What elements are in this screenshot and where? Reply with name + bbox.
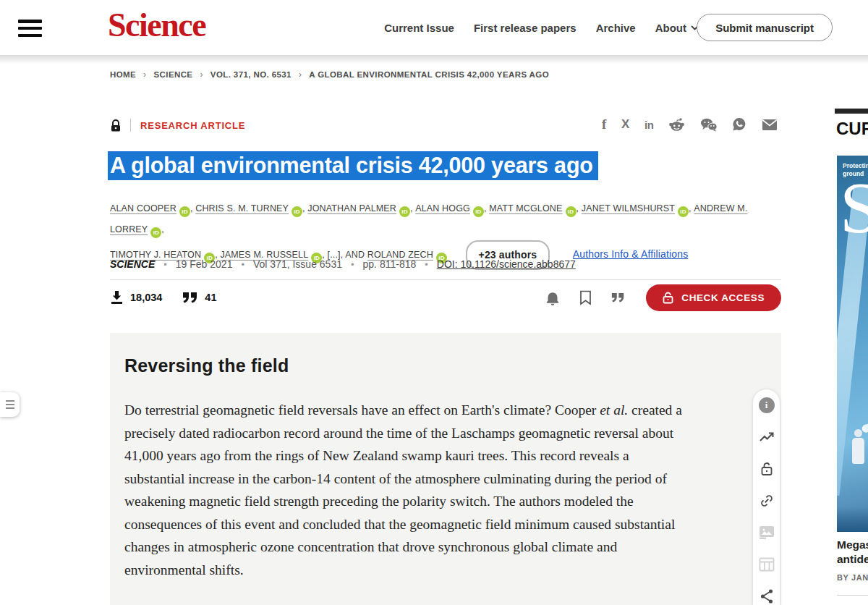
summary-text: created a precisely dated radiocarbon re… <box>124 402 682 578</box>
breadcrumb: HOME › SCIENCE › VOL. 371, NO. 6531 › A … <box>110 69 549 80</box>
nav-archive[interactable]: Archive <box>596 22 636 34</box>
facebook-icon[interactable]: f <box>602 117 606 132</box>
article-actions: CHECK ACCESS <box>545 284 781 311</box>
journal-name: SCIENCE <box>110 258 155 270</box>
breadcrumb-separator: › <box>299 69 302 80</box>
menu-icon[interactable] <box>18 20 42 37</box>
cover-person-graphic <box>852 438 864 464</box>
breadcrumb-current-page: A GLOBAL ENVIRONMENTAL CRISIS 42,000 YEA… <box>309 70 549 79</box>
author-link[interactable]: JONATHAN PALMER <box>307 203 396 213</box>
cover-bottom-shade <box>837 507 868 532</box>
downloads-metric: 18,034 <box>110 290 162 305</box>
main-nav: Current Issue First release papers Archi… <box>384 0 699 55</box>
divider <box>110 279 781 280</box>
author-link[interactable]: ALAN HOGG <box>415 203 470 213</box>
check-access-label: CHECK ACCESS <box>681 292 765 303</box>
linkedin-icon[interactable]: in <box>644 119 653 131</box>
nav-first-release-papers[interactable]: First release papers <box>474 22 576 34</box>
info-icon[interactable]: i <box>759 397 775 413</box>
tables-icon[interactable] <box>759 556 775 572</box>
current-issue-heading: CURRENT ISSUE <box>836 119 868 139</box>
selected-title-text: A global environmental crisis 42,000 yea… <box>108 151 598 180</box>
author-link[interactable]: JANET WILMSHURST <box>582 203 675 213</box>
unlock-icon <box>663 292 673 304</box>
meta-dot: • <box>351 259 354 270</box>
meta-dot: • <box>163 259 167 270</box>
cite-icon[interactable] <box>611 292 625 302</box>
toc-toggle-tab[interactable] <box>0 392 20 417</box>
breadcrumb-science[interactable]: SCIENCE <box>154 70 193 79</box>
submit-manuscript-button[interactable]: Submit manuscript <box>697 14 833 41</box>
social-share-row: f X in <box>602 116 778 133</box>
orcid-icon[interactable]: iD <box>566 206 576 217</box>
breadcrumb-volume[interactable]: VOL. 371, NO. 6531 <box>210 70 292 79</box>
lock-icon <box>111 119 121 132</box>
article-meta-row: SCIENCE • 19 Feb 2021 • Vol 371, Issue 6… <box>110 258 576 270</box>
link-icon[interactable] <box>759 492 775 509</box>
article-toolbar: i <box>752 389 780 605</box>
issue-cover-image[interactable]: Protecting ground S <box>837 156 868 532</box>
summary-paragraph: Do terrestrial geomagnetic field reversa… <box>124 399 687 581</box>
science-logo[interactable]: Science <box>108 6 205 44</box>
downloads-count: 18,034 <box>130 292 162 303</box>
figures-icon[interactable] <box>759 524 775 541</box>
publish-date: 19 Feb 2021 <box>176 258 233 270</box>
reddit-icon[interactable] <box>668 117 685 132</box>
current-issue-rail: CURRENT ISSUE Protecting ground S Megas … <box>833 0 868 605</box>
summary-heading: Reversing the field <box>124 355 767 376</box>
rail-top-bar <box>835 109 868 114</box>
citations-metric: 41 <box>182 292 216 303</box>
breadcrumb-separator: › <box>143 69 146 80</box>
check-access-button[interactable]: CHECK ACCESS <box>646 284 781 311</box>
alerts-bell-icon[interactable] <box>545 290 560 305</box>
nav-current-issue[interactable]: Current Issue <box>384 22 454 34</box>
article-title: A global environmental crisis 42,000 yea… <box>108 151 788 180</box>
cover-person-graphic <box>854 429 862 437</box>
wechat-icon[interactable] <box>700 117 718 132</box>
orcid-icon[interactable]: iD <box>292 206 302 217</box>
share-icon[interactable] <box>759 588 775 604</box>
orcid-icon[interactable]: iD <box>678 206 689 217</box>
orcid-icon[interactable]: iD <box>150 227 161 238</box>
bookmark-icon[interactable] <box>579 290 592 305</box>
metrics-row: 18,034 41 CHECK ACCESS <box>110 283 781 312</box>
article-type-label: RESEARCH ARTICLE <box>140 120 245 131</box>
nav-about[interactable]: About <box>655 22 699 34</box>
list-icon <box>6 400 14 409</box>
editor-summary-box: Reversing the field Do terrestrial geoma… <box>110 333 781 605</box>
email-icon[interactable] <box>762 119 778 131</box>
download-icon <box>110 290 124 305</box>
whatsapp-icon[interactable] <box>732 117 746 132</box>
authors-info-link[interactable]: Authors Info & Affiliations <box>573 248 688 260</box>
citation-quote-icon <box>182 292 198 303</box>
article-category-row: RESEARCH ARTICLE <box>111 117 245 133</box>
meta-dot: • <box>241 259 244 270</box>
cover-spray-graphic <box>861 415 868 433</box>
cover-science-letter: S <box>840 172 868 244</box>
divider <box>837 595 868 596</box>
author-link[interactable]: ALAN COOPER <box>110 203 176 213</box>
teaser-article-link[interactable]: Megas antidep <box>837 538 868 567</box>
site-header: Science Current Issue First release pape… <box>0 0 868 55</box>
orcid-icon[interactable]: iD <box>399 206 410 217</box>
divider <box>130 119 131 132</box>
metrics-trend-icon[interactable] <box>759 428 775 445</box>
author-separator: , <box>576 203 582 213</box>
x-icon[interactable]: X <box>621 117 629 132</box>
breadcrumb-separator: › <box>200 69 203 80</box>
orcid-icon[interactable]: iD <box>473 206 484 217</box>
page-range: pp. 811-818 <box>363 258 417 270</box>
author-separator: , <box>161 224 164 234</box>
doi-link[interactable]: DOI: 10.1126/science.abb8677 <box>437 258 576 270</box>
summary-text: Do terrestrial geomagnetic field reversa… <box>124 402 600 418</box>
author-link[interactable]: MATT MCGLONE <box>489 203 562 213</box>
summary-text-italic: et al. <box>600 402 628 418</box>
volume-issue: Vol 371, Issue 6531 <box>253 258 342 270</box>
access-unlock-icon[interactable] <box>759 460 775 477</box>
citations-count: 41 <box>205 292 216 303</box>
meta-dot: • <box>425 259 428 270</box>
author-link[interactable]: CHRIS S. M. TURNEY <box>195 203 289 213</box>
teaser-byline: BY JAN C <box>837 573 868 582</box>
orcid-icon[interactable]: iD <box>179 206 190 217</box>
breadcrumb-home[interactable]: HOME <box>110 70 136 79</box>
